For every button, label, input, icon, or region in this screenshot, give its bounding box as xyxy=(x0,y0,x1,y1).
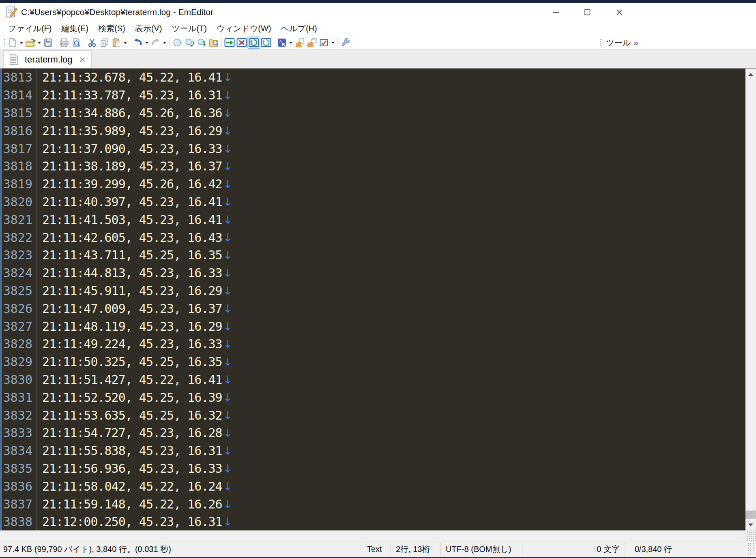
toolbar-overflow-chevron-icon[interactable]: » xyxy=(634,38,638,47)
save-button[interactable] xyxy=(42,37,54,48)
line-text: 21:11:45.911, 45.23, 16.29 xyxy=(42,284,222,298)
menu-tools[interactable]: ツール(T) xyxy=(167,21,211,36)
maximize-button[interactable] xyxy=(576,3,599,21)
scroll-up-arrow-icon xyxy=(748,73,753,76)
wrap-none-button[interactable] xyxy=(223,37,236,48)
line-number: 3820 xyxy=(0,195,36,209)
menu-file[interactable]: ファイル(F) xyxy=(3,21,56,36)
toolbar-separator xyxy=(337,38,338,48)
copy-button[interactable] xyxy=(98,37,110,48)
print-button[interactable] xyxy=(58,37,70,48)
new-file-dropdown[interactable] xyxy=(19,37,24,48)
line-text: 21:11:43.711, 45.25, 16.35 xyxy=(42,248,222,262)
macro-dropdown[interactable] xyxy=(330,37,336,48)
menu-window[interactable]: ウィンドウ(W) xyxy=(212,21,276,36)
cut-button[interactable] xyxy=(86,37,98,48)
line-text: 21:11:55.838, 45.23, 16.31 xyxy=(42,444,222,458)
scroll-up-button[interactable] xyxy=(745,69,756,80)
menu-view[interactable]: 表示(V) xyxy=(130,21,167,36)
editor-line: 382721:11:48.119, 45.23, 16.29↓ xyxy=(0,317,745,335)
line-number: 3832 xyxy=(0,408,36,422)
wrap-by-window-button[interactable] xyxy=(248,37,260,48)
line-number: 3834 xyxy=(0,444,36,458)
toolbar-separator xyxy=(274,38,274,48)
toolbar-grip[interactable] xyxy=(599,38,602,47)
tools-toolbar-overflow: ツール » xyxy=(598,36,638,50)
direct-tag-jump-button[interactable] xyxy=(306,37,318,48)
line-text: 21:11:40.397, 45.23, 16.41 xyxy=(42,195,222,209)
toolbar-separator xyxy=(221,38,222,48)
line-text: 21:11:41.503, 45.23, 16.41 xyxy=(42,213,222,227)
line-text: 21:11:37.090, 45.23, 16.33 xyxy=(42,142,222,156)
vertical-scrollbar-thumb[interactable] xyxy=(745,511,756,519)
line-number: 3824 xyxy=(0,266,36,280)
line-number: 3815 xyxy=(0,106,36,120)
tools-toolbar-label: ツール xyxy=(606,37,631,48)
paste-dropdown[interactable] xyxy=(122,37,128,48)
status-cursor-position[interactable]: 2行, 13桁 xyxy=(391,544,440,555)
editor-line: 382021:11:40.397, 45.23, 16.41↓ xyxy=(0,193,745,211)
status-selection-count: 0 文字 xyxy=(579,544,625,555)
undo-button[interactable] xyxy=(132,37,144,48)
status-encoding[interactable]: UTF-8 (BOM無し) xyxy=(441,544,522,555)
editor-left-edge xyxy=(0,69,2,530)
wrap-by-page-button[interactable] xyxy=(260,37,272,48)
close-button[interactable] xyxy=(608,3,631,21)
vertical-scrollbar[interactable] xyxy=(745,68,756,530)
editor-line: 382121:11:41.503, 45.23, 16.41↓ xyxy=(0,211,745,228)
newline-mark-icon: ↓ xyxy=(223,125,233,137)
editor-line: 382421:11:44.813, 45.23, 16.33↓ xyxy=(0,264,745,282)
line-number: 3831 xyxy=(0,390,36,405)
editor-line: 381721:11:37.090, 45.23, 16.33↓ xyxy=(0,140,745,157)
line-number: 3819 xyxy=(0,177,36,191)
undo-dropdown[interactable] xyxy=(144,37,150,48)
toolbar-grip[interactable] xyxy=(3,38,5,47)
redo-button[interactable] xyxy=(150,37,162,48)
scroll-down-button[interactable] xyxy=(745,519,756,530)
sort-button[interactable]: A B xyxy=(276,37,288,48)
line-text: 21:11:58.042, 45.22, 16.24 xyxy=(42,479,222,493)
menu-help[interactable]: ヘルプ(H) xyxy=(276,21,322,36)
menu-edit[interactable]: 編集(E) xyxy=(56,21,93,36)
line-number: 3838 xyxy=(0,515,36,529)
sort-dropdown[interactable] xyxy=(288,37,294,48)
macro-record-button[interactable] xyxy=(318,37,330,48)
tab-teraterm-log[interactable]: teraterm.log xyxy=(3,50,92,68)
find-icon[interactable] xyxy=(171,37,183,48)
line-text: 21:11:35.989, 45.23, 16.29 xyxy=(42,124,222,138)
line-text: 21:11:54.727, 45.23, 16.28 xyxy=(42,426,222,440)
toolbar-separator xyxy=(130,38,130,48)
editor-lines: 381321:11:32.678, 45.22, 16.41↓381421:11… xyxy=(0,69,745,530)
tab-close-icon[interactable] xyxy=(78,56,86,64)
paste-button[interactable] xyxy=(110,37,122,48)
newline-mark-icon: ↓ xyxy=(223,444,233,457)
redo-dropdown[interactable] xyxy=(162,37,168,48)
wrap-by-characters-button[interactable] xyxy=(236,37,248,48)
print-preview-button[interactable] xyxy=(70,37,82,48)
line-number: 3835 xyxy=(0,461,36,476)
open-file-dropdown[interactable] xyxy=(37,37,42,48)
emeditor-app-icon xyxy=(5,6,17,18)
svg-text:B: B xyxy=(282,42,285,47)
find-in-files-icon[interactable] xyxy=(208,37,220,48)
minimize-button[interactable] xyxy=(544,3,568,21)
editor-line: 382521:11:45.911, 45.23, 16.29↓ xyxy=(0,282,745,300)
open-file-button[interactable] xyxy=(24,37,37,48)
find-next-icon[interactable] xyxy=(183,37,195,48)
line-number: 3813 xyxy=(0,70,36,84)
new-file-button[interactable] xyxy=(6,37,19,48)
horizontal-scrollbar[interactable] xyxy=(0,530,745,541)
status-mode[interactable]: Text xyxy=(362,545,391,554)
window-top-border xyxy=(0,0,756,3)
menu-search[interactable]: 検索(S) xyxy=(93,21,130,36)
find-previous-icon[interactable] xyxy=(195,37,208,48)
editor-area[interactable]: 381321:11:32.678, 45.22, 16.41↓381421:11… xyxy=(0,68,745,530)
customize-wrench-icon[interactable] xyxy=(339,37,352,48)
line-text: 21:12:00.250, 45.23, 16.31 xyxy=(42,515,222,529)
editor-line: 383121:11:52.520, 45.25, 16.39↓ xyxy=(0,388,745,406)
editor-line: 383521:11:56.936, 45.23, 16.33↓ xyxy=(0,460,745,478)
tag-jump-button[interactable] xyxy=(294,37,306,48)
resize-grip-icon[interactable] xyxy=(746,543,754,555)
line-number: 3836 xyxy=(0,479,36,493)
toolbar-separator xyxy=(169,38,170,48)
